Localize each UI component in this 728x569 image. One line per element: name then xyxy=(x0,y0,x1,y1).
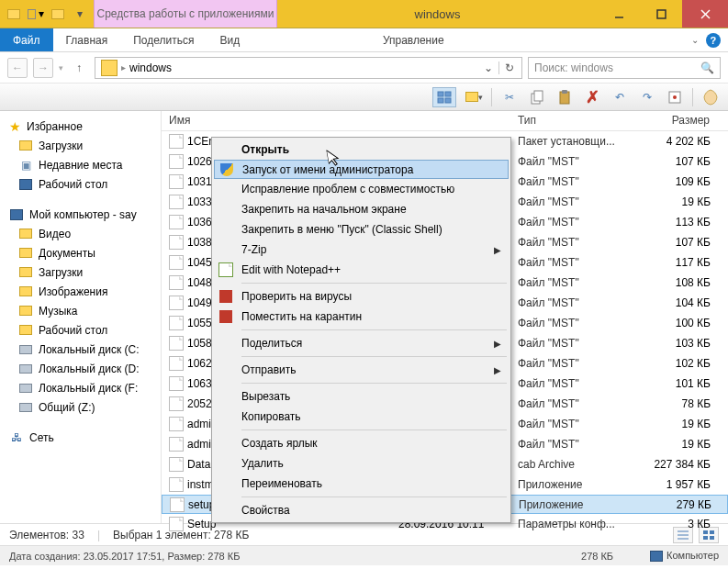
context-item[interactable]: Отправить▶ xyxy=(214,360,509,380)
file-icon xyxy=(169,235,184,250)
undo-icon[interactable]: ↶ xyxy=(610,87,630,107)
tab-share[interactable]: Поделиться xyxy=(120,28,207,51)
submenu-arrow-icon: ▶ xyxy=(494,245,501,255)
favorites-header[interactable]: ★Избранное xyxy=(0,117,161,136)
context-item[interactable]: Поместить на карантин xyxy=(214,307,509,327)
tab-home[interactable]: Главная xyxy=(53,28,121,51)
context-item[interactable]: 7-Zip▶ xyxy=(214,240,509,260)
tab-manage[interactable]: Управление xyxy=(370,28,457,51)
details-bar: Дата создания: 23.05.2017 17:51, Размер:… xyxy=(0,545,728,565)
svg-rect-1 xyxy=(657,10,666,18)
copy-icon[interactable] xyxy=(527,87,547,107)
qat-dropdown-icon[interactable]: ▾ xyxy=(72,6,88,22)
refresh-button[interactable]: ↻ xyxy=(498,61,520,74)
tab-file[interactable]: Файл xyxy=(0,28,53,51)
redo-icon[interactable]: ↷ xyxy=(637,87,657,107)
cut-icon[interactable]: ✂ xyxy=(499,87,520,107)
search-input[interactable]: Поиск: windows 🔍 xyxy=(528,57,721,79)
tab-view[interactable]: Вид xyxy=(207,28,252,51)
details-size: 278 КБ xyxy=(581,551,613,562)
svg-rect-19 xyxy=(703,536,708,540)
sidebar-item-documents[interactable]: Документы xyxy=(0,243,161,262)
context-item[interactable]: Открыть xyxy=(214,139,509,160)
context-item[interactable]: Исправление проблем с совместимостью xyxy=(214,179,509,199)
context-separator xyxy=(241,329,507,330)
computer-header[interactable]: Мой компьютер - say xyxy=(0,205,161,224)
sidebar-item-disk-z[interactable]: Общий (Z:) xyxy=(0,397,161,417)
sidebar-item-disk-c[interactable]: Локальный диск (C: xyxy=(0,340,161,359)
file-icon xyxy=(169,477,184,492)
context-item[interactable]: Закрепить в меню "Пуск" (Classic Shell) xyxy=(214,219,509,240)
address-bar[interactable]: ▸ windows ⌄ ↻ xyxy=(95,57,522,79)
address-dropdown-icon[interactable]: ⌄ xyxy=(478,61,498,74)
paste-icon[interactable] xyxy=(554,87,575,107)
context-item[interactable]: Поделиться▶ xyxy=(214,333,509,353)
breadcrumb[interactable]: windows xyxy=(126,61,175,74)
close-button[interactable] xyxy=(682,0,728,28)
star-icon: ★ xyxy=(9,119,21,134)
forward-button[interactable]: → xyxy=(33,58,53,78)
sidebar-item-disk-f[interactable]: Локальный диск (F: xyxy=(0,378,161,397)
delete-icon[interactable]: ✗ xyxy=(582,87,602,107)
maximize-button[interactable] xyxy=(640,0,682,28)
svg-rect-9 xyxy=(534,91,543,101)
organize-button[interactable]: ▾ xyxy=(464,87,484,107)
antivirus-icon xyxy=(218,288,234,305)
col-type[interactable]: Тип xyxy=(510,111,639,130)
app-icon xyxy=(6,6,22,22)
context-menu: ОткрытьЗапуск от имени администратораИсп… xyxy=(211,137,511,523)
qat-properties-icon[interactable]: ▾ xyxy=(28,6,44,22)
network-header[interactable]: 🖧Сеть xyxy=(0,428,161,447)
shell-icon[interactable] xyxy=(700,87,721,107)
file-icon xyxy=(169,275,184,290)
column-headers: Имя Тип Размер xyxy=(162,111,728,131)
svg-rect-11 xyxy=(562,90,567,94)
context-item[interactable]: Проверить на вирусы xyxy=(214,286,509,307)
file-icon xyxy=(169,174,184,189)
svg-point-13 xyxy=(673,95,677,99)
up-button[interactable]: ↑ xyxy=(69,58,89,78)
history-dropdown-icon[interactable]: ▾ xyxy=(59,63,63,73)
sidebar-item-videos[interactable]: Видео xyxy=(0,224,161,243)
context-item[interactable]: Edit with Notepad++ xyxy=(214,260,509,280)
col-size[interactable]: Размер xyxy=(639,111,718,130)
views-button[interactable] xyxy=(432,87,456,107)
file-icon xyxy=(169,316,184,330)
file-icon xyxy=(169,154,184,169)
sidebar-item-recent[interactable]: ▣Недавние места xyxy=(0,155,161,174)
navigation-pane: ★Избранное Загрузки ▣Недавние места Рабо… xyxy=(0,111,162,523)
sidebar-item-disk-d[interactable]: Локальный диск (D: xyxy=(0,359,161,378)
context-item[interactable]: Удалить xyxy=(214,453,509,474)
status-count: Элементов: 33 xyxy=(9,529,84,541)
ribbon-expand-icon[interactable]: ⌄ xyxy=(691,35,699,45)
search-icon: 🔍 xyxy=(700,61,714,74)
antivirus-icon xyxy=(218,308,234,325)
help-icon[interactable]: ? xyxy=(706,33,721,48)
sidebar-item-music[interactable]: Музыка xyxy=(0,301,161,320)
minimize-button[interactable] xyxy=(598,0,640,28)
context-item[interactable]: Запуск от имени администратора xyxy=(214,160,509,179)
qat-newfolder-icon[interactable] xyxy=(50,6,66,22)
ribbon-tabs: Файл Главная Поделиться Вид Управление ⌄… xyxy=(0,28,728,52)
context-item[interactable]: Свойства xyxy=(214,500,509,520)
context-item[interactable]: Копировать xyxy=(214,407,509,427)
details-location: Компьютер xyxy=(650,550,719,562)
col-date[interactable] xyxy=(391,111,510,130)
context-item[interactable]: Закрепить на начальном экране xyxy=(214,199,509,219)
sidebar-item-pictures[interactable]: Изображения xyxy=(0,282,161,301)
file-icon xyxy=(169,336,184,351)
back-button[interactable]: ← xyxy=(7,58,28,78)
context-item[interactable]: Переименовать xyxy=(214,474,509,494)
sidebar-item-downloads2[interactable]: Загрузки xyxy=(0,262,161,282)
properties-icon[interactable] xyxy=(665,87,685,107)
file-icon xyxy=(170,497,185,512)
file-icon xyxy=(169,396,184,411)
context-item[interactable]: Создать ярлык xyxy=(214,433,509,453)
context-item[interactable]: Вырезать xyxy=(214,386,509,407)
svg-rect-6 xyxy=(438,98,443,103)
col-name[interactable]: Имя xyxy=(162,111,391,130)
sidebar-item-downloads[interactable]: Загрузки xyxy=(0,136,161,155)
file-icon xyxy=(169,255,184,270)
sidebar-item-desktop2[interactable]: Рабочий стол xyxy=(0,320,161,340)
sidebar-item-desktop[interactable]: Рабочий стол xyxy=(0,174,161,194)
